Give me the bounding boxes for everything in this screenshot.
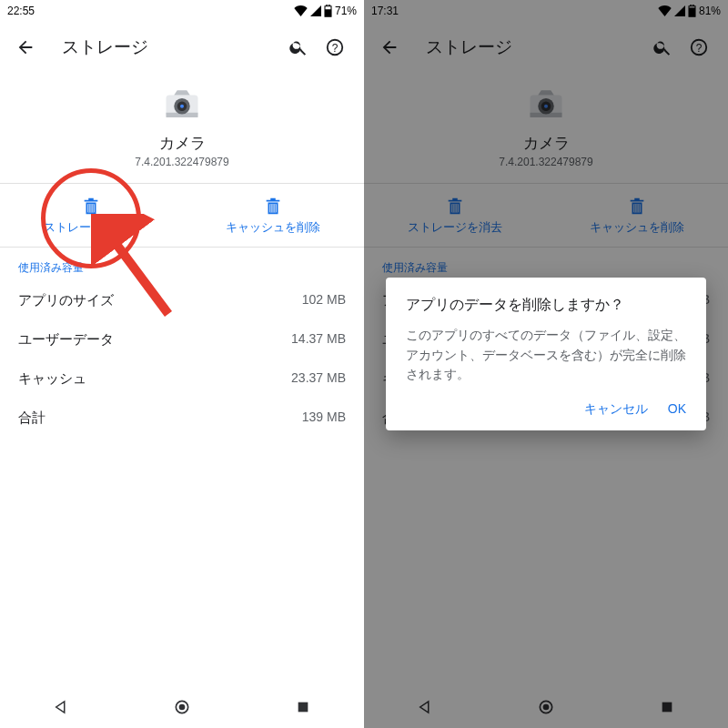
nav-back-button[interactable] <box>48 694 74 720</box>
row-key: ユーザーデータ <box>18 331 114 349</box>
list-item: ユーザーデータ14.37 MB <box>0 320 364 359</box>
status-battery-pct: 71% <box>335 5 357 17</box>
row-key: 合計 <box>18 410 46 427</box>
list-item: アプリのサイズ102 MB <box>0 281 364 320</box>
arrow-back-icon <box>15 37 35 57</box>
svg-point-11 <box>179 703 186 710</box>
status-icons: 71% <box>294 5 357 17</box>
wifi-icon <box>294 5 308 16</box>
camera-icon <box>163 86 201 124</box>
nav-recent-button[interactable] <box>290 694 316 720</box>
app-header: カメラ 7.4.201.322479879 <box>0 73 364 183</box>
row-val: 102 MB <box>302 292 346 309</box>
app-icon <box>163 86 201 124</box>
row-val: 14.37 MB <box>291 331 346 349</box>
back-button[interactable] <box>7 29 44 66</box>
search-button[interactable] <box>280 29 317 66</box>
triangle-back-icon <box>53 699 69 715</box>
svg-rect-0 <box>325 9 331 16</box>
clear-storage-label: ストレージを消去 <box>44 221 138 234</box>
status-time: 22:55 <box>7 5 35 17</box>
dialog-body: このアプリのすべてのデータ（ファイル、設定、アカウント、データベースを含む）が完… <box>406 326 686 385</box>
app-version: 7.4.201.322479879 <box>0 156 364 168</box>
trash-icon <box>81 197 101 217</box>
page-title: ストレージ <box>62 35 280 59</box>
clear-cache-button[interactable]: キャッシュを削除 <box>182 184 364 247</box>
nav-home-button[interactable] <box>169 694 195 720</box>
dialog-buttons: キャンセル OK <box>406 401 686 423</box>
row-val: 139 MB <box>302 410 346 427</box>
square-recent-icon <box>296 700 310 714</box>
ok-button[interactable]: OK <box>668 401 686 418</box>
help-icon: ? <box>325 37 345 57</box>
svg-rect-12 <box>298 702 308 712</box>
screen-left: 22:55 71% ストレージ ? <box>0 0 364 728</box>
navbar <box>0 684 364 728</box>
circle-home-icon <box>173 698 191 716</box>
row-key: アプリのサイズ <box>18 292 114 309</box>
section-label: 使用済み容量 <box>0 248 364 281</box>
help-button[interactable]: ? <box>317 29 353 66</box>
dialog-title: アプリのデータを削除しますか？ <box>406 296 686 315</box>
row-val: 23.37 MB <box>291 370 346 388</box>
row-key: キャッシュ <box>18 370 86 388</box>
clear-storage-button[interactable]: ストレージを消去 <box>0 184 182 247</box>
actions-row: ストレージを消去 キャッシュを削除 <box>0 184 364 247</box>
trash-icon <box>263 197 283 217</box>
app-name: カメラ <box>0 133 364 154</box>
signal-icon <box>310 5 321 16</box>
confirm-dialog: アプリのデータを削除しますか？ このアプリのすべてのデータ（ファイル、設定、アカ… <box>386 278 706 430</box>
cancel-button[interactable]: キャンセル <box>584 401 648 418</box>
svg-point-7 <box>180 105 184 108</box>
svg-text:?: ? <box>332 42 339 55</box>
appbar: ストレージ ? <box>0 22 364 73</box>
screen-right: 17:31 81% ストレージ ? <box>364 0 728 728</box>
clear-cache-label: キャッシュを削除 <box>226 221 320 234</box>
search-icon <box>288 37 308 57</box>
statusbar: 22:55 71% <box>0 0 364 22</box>
list-item: キャッシュ23.37 MB <box>0 359 364 399</box>
list-item: 合計139 MB <box>0 399 364 438</box>
battery-icon <box>324 5 332 17</box>
